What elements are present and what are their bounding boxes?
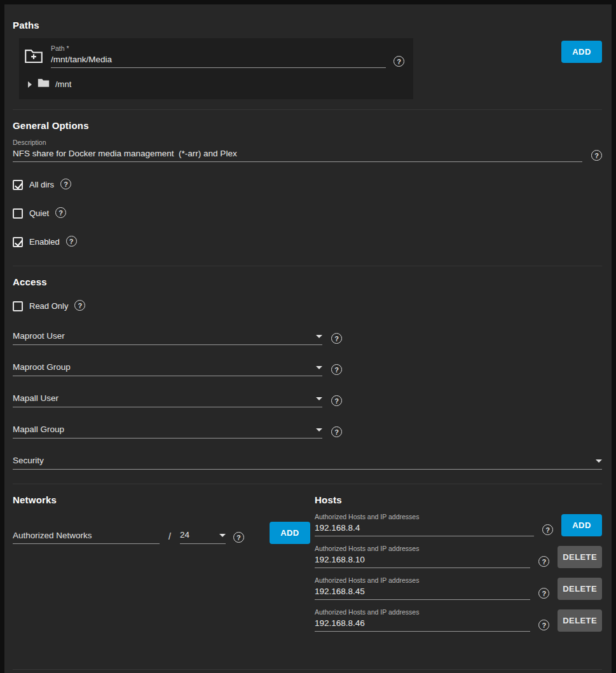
help-icon[interactable]: ?: [66, 236, 77, 247]
all-dirs-checkbox[interactable]: [13, 180, 23, 190]
help-icon[interactable]: ?: [538, 620, 549, 630]
description-input[interactable]: [13, 149, 582, 158]
host-input[interactable]: [315, 587, 530, 596]
mapall-group-select[interactable]: Mapall Group: [13, 425, 322, 438]
chevron-down-icon: [316, 428, 322, 432]
all-dirs-row: All dirs ?: [13, 179, 602, 191]
path-label: Path *: [51, 44, 386, 52]
mapall-user-select[interactable]: Mapall User: [13, 393, 322, 407]
paths-section: Paths Path * ?: [13, 10, 602, 109]
delete-host-button[interactable]: DELETE: [558, 578, 602, 600]
chevron-down-icon: [316, 335, 322, 338]
help-icon[interactable]: ?: [233, 532, 244, 543]
help-icon[interactable]: ?: [331, 364, 342, 375]
help-icon[interactable]: ?: [331, 426, 342, 437]
quiet-label: Quiet: [29, 208, 49, 218]
host-row: Authorized Hosts and IP addresses ? DELE…: [315, 576, 602, 600]
chevron-down-icon: [316, 397, 322, 400]
access-section: Access Read Only ? Maproot User ? Maproo…: [13, 266, 602, 484]
quiet-checkbox[interactable]: [13, 208, 23, 219]
cidr-prefix-select[interactable]: 24: [180, 530, 226, 544]
read-only-label: Read Only: [29, 301, 68, 311]
help-icon[interactable]: ?: [591, 150, 602, 161]
host-field: Authorized Hosts and IP addresses: [315, 608, 530, 632]
add-path-button[interactable]: ADD: [561, 41, 602, 63]
help-icon[interactable]: ?: [74, 300, 85, 311]
tree-item-label: /mnt: [55, 79, 71, 89]
maproot-user-select[interactable]: Maproot User: [13, 331, 322, 345]
enabled-label: Enabled: [29, 237, 60, 247]
host-field: Authorized Hosts and IP addresses: [315, 545, 530, 568]
enabled-row: Enabled ?: [13, 236, 602, 248]
form-actions: SAVE CANCEL BASIC OPTIONS: [13, 669, 602, 673]
maproot-group-row: Maproot Group ?: [13, 362, 602, 376]
networks-hosts-section: Networks / 24 ? ADD Hosts Authorized Hos…: [13, 484, 602, 650]
path-explorer-panel: Path * ? /mnt: [19, 38, 413, 99]
add-network-button[interactable]: ADD: [270, 522, 310, 544]
read-only-checkbox[interactable]: [13, 301, 23, 311]
host-row: Authorized Hosts and IP addresses ? DELE…: [315, 545, 602, 568]
host-input[interactable]: [315, 555, 530, 564]
authorized-networks-field: [13, 531, 160, 544]
paths-section-title: Paths: [13, 20, 602, 31]
networks-column: Networks / 24 ? ADD: [13, 491, 304, 640]
help-icon[interactable]: ?: [331, 333, 342, 344]
host-field: Authorized Hosts and IP addresses: [315, 576, 530, 600]
quiet-row: Quiet ?: [13, 207, 602, 219]
tree-item-mnt[interactable]: /mnt: [24, 78, 404, 90]
folder-icon: [38, 78, 50, 90]
expand-icon[interactable]: [28, 81, 32, 88]
help-icon[interactable]: ?: [538, 556, 549, 567]
general-options-title: General Options: [13, 120, 602, 131]
help-icon[interactable]: ?: [60, 179, 71, 189]
help-icon[interactable]: ?: [538, 588, 549, 599]
add-folder-icon[interactable]: [24, 47, 43, 67]
host-input[interactable]: [315, 618, 530, 628]
maproot-user-row: Maproot User ?: [13, 331, 602, 345]
description-field: Description: [13, 139, 582, 162]
mapall-group-row: Mapall Group ?: [13, 425, 602, 438]
access-title: Access: [13, 276, 602, 287]
add-host-button[interactable]: ADD: [561, 514, 602, 536]
host-field: Authorized Hosts and IP addresses: [315, 513, 534, 536]
host-row: Authorized Hosts and IP addresses ? ADD: [315, 513, 602, 536]
mapall-user-row: Mapall User ?: [13, 393, 602, 407]
path-input[interactable]: [51, 55, 386, 64]
description-label: Description: [13, 139, 582, 146]
chevron-down-icon: [316, 366, 322, 369]
read-only-row: Read Only ?: [13, 300, 602, 312]
hosts-column: Hosts Authorized Hosts and IP addresses …: [315, 491, 602, 640]
enabled-checkbox[interactable]: [13, 237, 23, 247]
nfs-share-form: Paths Path * ?: [4, 4, 612, 673]
authorized-networks-input[interactable]: [13, 531, 160, 540]
help-icon[interactable]: ?: [542, 524, 553, 535]
maproot-group-select[interactable]: Maproot Group: [13, 362, 322, 376]
all-dirs-label: All dirs: [29, 180, 54, 189]
hosts-title: Hosts: [315, 494, 602, 505]
chevron-down-icon: [596, 459, 602, 463]
help-icon[interactable]: ?: [55, 207, 66, 218]
networks-title: Networks: [13, 494, 304, 505]
security-select[interactable]: Security: [13, 456, 602, 470]
delete-host-button[interactable]: DELETE: [558, 609, 602, 632]
path-field: Path *: [51, 44, 386, 68]
cidr-separator: /: [168, 531, 171, 541]
chevron-down-icon: [219, 534, 226, 537]
host-row: Authorized Hosts and IP addresses ? DELE…: [315, 608, 602, 632]
help-icon[interactable]: ?: [394, 56, 404, 67]
help-icon[interactable]: ?: [331, 395, 342, 406]
delete-host-button[interactable]: DELETE: [558, 546, 602, 568]
host-input[interactable]: [315, 523, 534, 533]
general-options-section: General Options Description ? All dirs ?…: [13, 109, 602, 266]
